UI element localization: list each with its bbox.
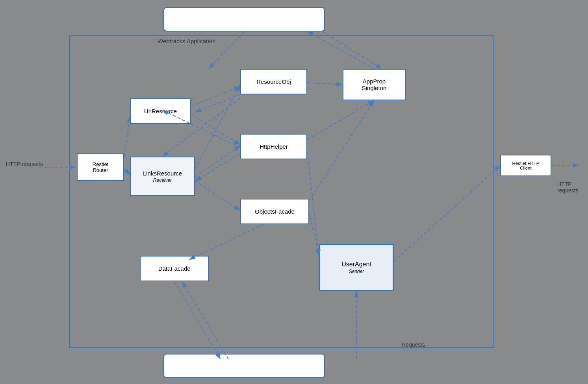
user-agent-sublabel: Sender xyxy=(349,269,364,274)
diagram-container: Configurartion Data Source Webtracks App… xyxy=(0,0,588,384)
resource-obj-label: ResourceObj xyxy=(256,78,291,85)
requests-label: Requests xyxy=(402,342,425,348)
configuration-label: Configurartion xyxy=(214,14,275,24)
restlet-router-box: RestletRouter xyxy=(77,153,124,181)
data-facade-box: DataFacade xyxy=(140,256,209,281)
datasource-label: Data Source xyxy=(219,361,269,371)
user-agent-label: UserAgent xyxy=(341,261,371,268)
http-helper-box: HttpHelper xyxy=(240,134,307,159)
app-boundary-label: Webtracks Application xyxy=(158,38,215,44)
links-resource-sublabel: Receiver xyxy=(153,177,172,183)
restlet-router-label: RestletRouter xyxy=(93,161,108,173)
restlet-http-client-box: Restlet HTTPClient xyxy=(500,155,551,176)
uri-resource-label: UriResource xyxy=(144,108,177,114)
restlet-http-client-label: Restlet HTTPClient xyxy=(512,161,539,170)
user-agent-box: UserAgent Sender xyxy=(319,244,394,291)
links-resource-label: LinksResource xyxy=(143,170,182,177)
resource-obj-box: ResourceObj xyxy=(240,69,307,94)
appprop-singleton-label: AppPropSingleton xyxy=(362,78,387,91)
appprop-singleton-box: AppPropSingleton xyxy=(343,69,406,100)
data-facade-label: DataFacade xyxy=(158,265,191,272)
http-helper-label: HttpHelper xyxy=(260,143,288,150)
uri-resource-box: UriResource xyxy=(130,98,191,124)
configuration-box: Configurartion xyxy=(163,7,325,31)
links-resource-box: LinksResource Receiver xyxy=(130,157,195,196)
datasource-box: Data Source xyxy=(163,354,325,378)
http-requests-right-label: HTTP requests xyxy=(557,181,588,194)
objects-facade-box: ObjectsFacade xyxy=(240,199,309,224)
objects-facade-label: ObjectsFacade xyxy=(255,208,295,215)
http-requests-left-label: HTTP requests xyxy=(6,161,43,167)
